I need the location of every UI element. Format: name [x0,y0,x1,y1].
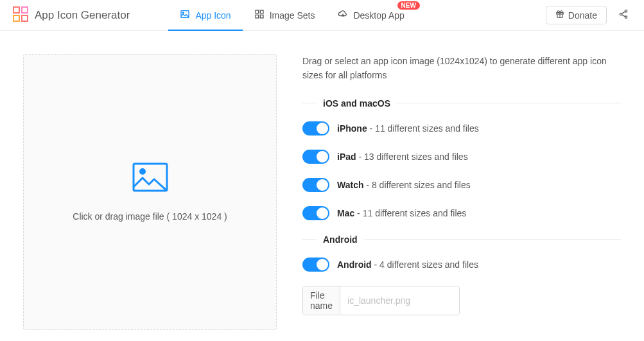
toggle-label: Mac - 11 different sizes and files [337,208,466,218]
svg-point-15 [140,170,144,174]
tab-label: Image Sets [270,10,315,21]
svg-point-13 [625,16,627,18]
toggle-label: Watch - 8 different sizes and files [337,180,471,190]
svg-rect-3 [22,15,28,21]
tab-image-sets[interactable]: Image Sets [243,0,327,30]
svg-rect-1 [22,7,28,13]
toggle-label: iPhone - 11 different sizes and files [337,123,479,134]
toggle-row-android: Android - 4 different sizes and files [302,258,621,272]
toggle-iphone[interactable] [302,121,329,136]
filename-input-group: File name [302,286,460,315]
toggle-row-ipad: iPad - 13 different sizes and files [302,150,621,164]
toggle-watch[interactable] [302,178,329,192]
logo-icon [13,6,28,24]
share-button[interactable] [616,6,631,24]
share-icon [618,10,629,21]
header-right: Donate [546,6,631,24]
svg-rect-2 [13,15,19,21]
svg-point-11 [625,10,627,12]
picture-icon [132,162,168,195]
tab-app-icon[interactable]: App Icon [168,0,242,30]
svg-rect-8 [256,15,259,18]
filename-addon: File name [303,286,340,315]
gift-icon [555,10,564,21]
logo[interactable]: App Icon Generator [13,6,130,24]
svg-rect-0 [13,7,19,13]
tab-label: Desktop App [353,10,404,21]
section-android: Android Android - 4 different sizes and … [302,234,621,315]
filename-input[interactable] [340,286,460,315]
new-badge: NEW [397,1,420,10]
toggle-label: Android - 4 different sizes and files [337,259,478,270]
header: App Icon Generator App Icon Image Sets D… [0,0,644,31]
section-title: iOS and macOS [317,98,397,109]
donate-button[interactable]: Donate [546,6,607,24]
main-content: Click or drag image file ( 1024 x 1024 )… [0,31,644,341]
app-title: App Icon Generator [35,9,130,22]
svg-rect-9 [260,15,263,18]
section-title: Android [317,234,364,245]
toggle-mac[interactable] [302,206,329,220]
right-panel: Drag or select an app icon image (1024x1… [302,54,621,330]
intro-text: Drag or select an app icon image (1024x1… [302,54,621,83]
dropzone[interactable]: Click or drag image file ( 1024 x 1024 ) [23,54,277,330]
cloud-download-icon [338,9,348,21]
toggle-android[interactable] [302,258,329,272]
tab-label: App Icon [195,10,231,21]
section-ios: iOS and macOS iPhone - 11 different size… [302,98,621,220]
svg-rect-6 [256,10,259,13]
dropzone-text: Click or drag image file ( 1024 x 1024 ) [73,211,227,222]
nav-tabs: App Icon Image Sets Desktop App NEW [168,0,415,30]
svg-rect-7 [260,10,263,13]
svg-point-5 [183,12,184,13]
toggle-row-mac: Mac - 11 different sizes and files [302,206,621,220]
toggle-row-iphone: iPhone - 11 different sizes and files [302,121,621,136]
toggle-row-watch: Watch - 8 different sizes and files [302,178,621,192]
grid-icon [254,9,265,21]
toggle-label: iPad - 13 different sizes and files [337,152,468,162]
svg-point-12 [620,13,622,15]
section-divider: Android [302,234,621,245]
toggle-ipad[interactable] [302,150,329,164]
donate-label: Donate [568,10,597,21]
tab-desktop-app[interactable]: Desktop App NEW [326,0,415,30]
image-icon [180,9,190,21]
section-divider: iOS and macOS [302,98,621,109]
